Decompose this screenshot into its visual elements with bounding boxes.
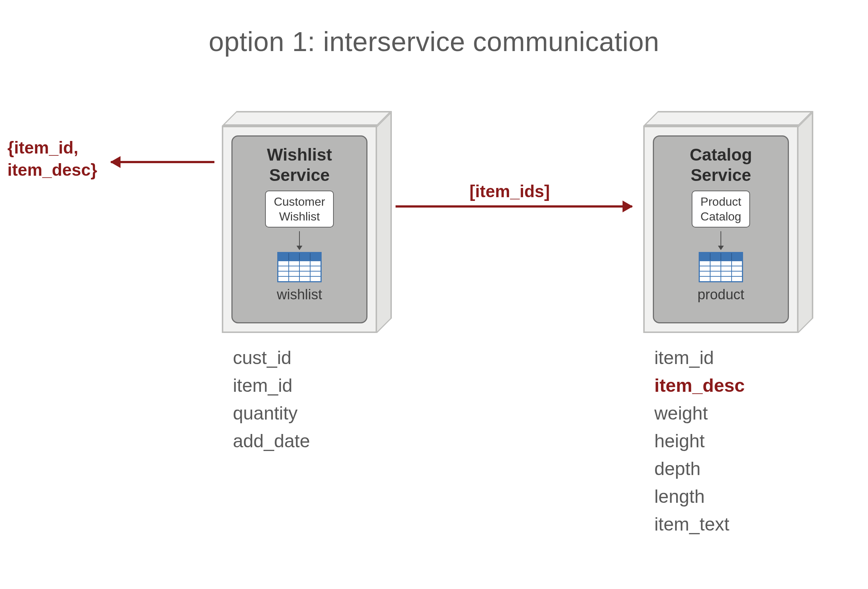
wishlist-fields: cust_id item_id quantity add_date [233, 344, 310, 455]
request-payload-label: [item_ids] [469, 181, 550, 201]
field-item: quantity [233, 400, 310, 427]
wishlist-title-line1: Wishlist [267, 145, 332, 164]
field-item-highlight: item_desc [654, 372, 745, 400]
field-item: item_id [233, 372, 310, 400]
wishlist-component-line2: Wishlist [279, 210, 320, 223]
table-icon [699, 252, 743, 282]
response-payload-label: {item_id, item_desc} [7, 137, 97, 181]
arrow-down-icon [299, 231, 300, 250]
response-label-line1: {item_id, [7, 138, 78, 157]
catalog-service-box: Catalog Service Product Catalog product [643, 111, 799, 333]
box-top-face [643, 111, 813, 126]
response-label-line2: item_desc} [7, 160, 97, 179]
field-item: item_id [654, 344, 745, 372]
wishlist-table-name: wishlist [277, 287, 322, 303]
field-item: item_text [654, 511, 745, 538]
wishlist-service-title: Wishlist Service [267, 145, 332, 185]
field-item: cust_id [233, 344, 310, 372]
box-top-face [222, 111, 392, 126]
catalog-component-line1: Product [701, 195, 741, 208]
field-item: height [654, 427, 745, 455]
catalog-title-line1: Catalog [690, 145, 752, 164]
catalog-service-inner: Catalog Service Product Catalog product [653, 135, 789, 323]
catalog-table-name: product [698, 287, 744, 303]
catalog-service-title: Catalog Service [690, 145, 752, 185]
box-front-face: Wishlist Service Customer Wishlist wishl… [222, 126, 377, 333]
box-side-face [377, 111, 392, 333]
table-icon [277, 252, 322, 282]
field-item: weight [654, 400, 745, 427]
catalog-title-line2: Service [691, 166, 751, 185]
arrow-request [396, 205, 632, 207]
catalog-fields: item_id item_desc weight height depth le… [654, 344, 745, 538]
arrow-down-icon [720, 231, 721, 250]
diagram-title: option 1: interservice communication [0, 26, 868, 57]
wishlist-service-inner: Wishlist Service Customer Wishlist wishl… [232, 135, 368, 323]
box-side-face [799, 111, 813, 333]
wishlist-component: Customer Wishlist [265, 191, 334, 228]
wishlist-title-line2: Service [269, 166, 330, 185]
wishlist-component-line1: Customer [274, 195, 325, 208]
catalog-component-line2: Catalog [701, 210, 741, 223]
wishlist-service-box: Wishlist Service Customer Wishlist wishl… [222, 111, 377, 333]
field-item: depth [654, 455, 745, 483]
field-item: add_date [233, 427, 310, 455]
catalog-component: Product Catalog [692, 191, 750, 228]
box-front-face: Catalog Service Product Catalog product [643, 126, 799, 333]
arrow-response [111, 161, 214, 163]
field-item: length [654, 483, 745, 511]
